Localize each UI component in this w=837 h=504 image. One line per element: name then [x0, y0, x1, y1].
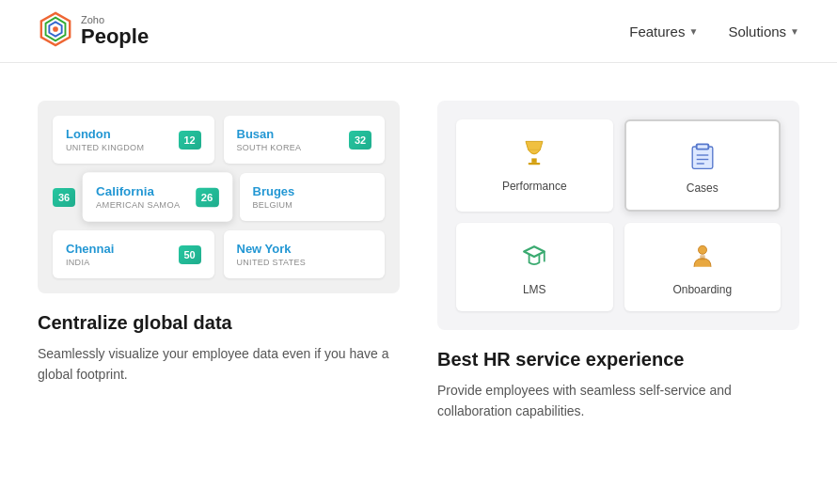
svg-rect-4 [532, 158, 537, 163]
location-card-california[interactable]: California AMERICAN SAMOA 26 [83, 172, 232, 222]
badge-london: 12 [179, 131, 201, 150]
logo-people-label: People [81, 25, 149, 48]
grid-row-1: 36 California AMERICAN SAMOA 26 Bruges B… [53, 173, 385, 221]
location-grid: London UNITED KINGDOM 12 Busan SOUTH KOR… [38, 101, 400, 293]
solutions-label: Solutions [728, 24, 786, 39]
svg-rect-8 [697, 145, 707, 149]
location-card-london[interactable]: London UNITED KINGDOM 12 [53, 116, 214, 164]
lms-icon [515, 238, 553, 276]
performance-icon [515, 134, 553, 172]
navbar: Zoho People Features ▼ Solutions ▼ [0, 0, 837, 63]
solutions-chevron-icon: ▼ [790, 26, 799, 37]
right-column: Performance Cases [437, 101, 799, 422]
nav-links: Features ▼ Solutions ▼ [629, 24, 799, 39]
hr-card-cases[interactable]: Cases [624, 119, 782, 212]
location-card-bruges[interactable]: Bruges BELGIUM [240, 173, 386, 221]
country-london: UNITED KINGDOM [66, 143, 144, 152]
hr-card-lms[interactable]: LMS [456, 223, 613, 311]
hr-panel: Performance Cases [437, 101, 799, 330]
city-london: London [66, 127, 144, 141]
hr-card-performance[interactable]: Performance [456, 119, 613, 212]
badge-side-california: 36 [53, 188, 75, 207]
right-title: Best HR service experience [437, 349, 799, 370]
features-label: Features [629, 24, 685, 39]
city-chennai: Chennai [66, 242, 114, 256]
svg-rect-14 [700, 255, 704, 260]
city-california: California [96, 184, 180, 198]
logo-icon [38, 11, 73, 51]
grid-row-2: Chennai INDIA 50 New York UNITED STATES [53, 230, 385, 278]
performance-label: Performance [502, 180, 567, 193]
location-card-busan[interactable]: Busan SOUTH KOREA 32 [224, 116, 386, 164]
svg-point-13 [698, 245, 706, 254]
city-busan: Busan [237, 127, 302, 141]
hr-card-onboarding[interactable]: Onboarding [624, 223, 782, 311]
city-newyork: New York [237, 242, 307, 256]
country-chennai: INDIA [66, 258, 114, 267]
lms-label: LMS [523, 283, 546, 296]
badge-chennai: 50 [179, 245, 201, 264]
left-desc: Seamlessly visualize your employee data … [38, 343, 400, 386]
logo[interactable]: Zoho People [38, 11, 149, 51]
country-newyork: UNITED STATES [237, 258, 307, 267]
cases-label: Cases [687, 181, 719, 195]
location-card-chennai[interactable]: Chennai INDIA 50 [53, 230, 214, 278]
location-card-newyork[interactable]: New York UNITED STATES [224, 230, 386, 278]
features-chevron-icon: ▼ [688, 26, 698, 37]
onboarding-label: Onboarding [672, 283, 732, 296]
badge-busan: 32 [349, 131, 371, 150]
country-busan: SOUTH KOREA [237, 143, 302, 152]
cases-icon [684, 136, 721, 174]
country-california: AMERICAN SAMOA [96, 200, 180, 210]
solutions-link[interactable]: Solutions ▼ [728, 24, 799, 39]
city-bruges: Bruges [253, 184, 295, 198]
left-text: Centralize global data Seamlessly visual… [38, 312, 400, 386]
svg-rect-5 [529, 163, 541, 165]
country-bruges: BELGIUM [253, 200, 295, 210]
left-title: Centralize global data [38, 312, 400, 334]
logo-text: Zoho People [81, 14, 149, 48]
svg-point-3 [53, 26, 58, 32]
main-content: London UNITED KINGDOM 12 Busan SOUTH KOR… [0, 63, 837, 460]
right-desc: Provide employees with seamless self-ser… [437, 380, 799, 422]
badge-california: 26 [196, 187, 219, 207]
onboarding-icon [684, 238, 721, 276]
features-link[interactable]: Features ▼ [629, 24, 698, 39]
grid-row-0: London UNITED KINGDOM 12 Busan SOUTH KOR… [53, 116, 385, 164]
right-text: Best HR service experience Provide emplo… [437, 349, 799, 422]
left-column: London UNITED KINGDOM 12 Busan SOUTH KOR… [38, 101, 400, 422]
